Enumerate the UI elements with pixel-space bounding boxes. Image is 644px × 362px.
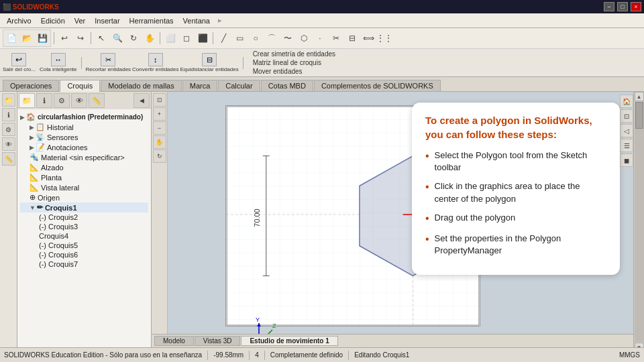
btm-tab-modelo[interactable]: Modelo — [154, 336, 194, 346]
viewport-area[interactable]: ⊡ + − ✋ ↻ ☰ — [152, 92, 644, 362]
tab-croquis[interactable]: Croquis — [60, 80, 100, 92]
close-button[interactable]: × — [631, 2, 641, 11]
tree-sensores[interactable]: ▶ 📡 Sensores — [20, 132, 148, 142]
menu-archivo[interactable]: Archivo — [3, 15, 36, 26]
pattern-btn[interactable]: ⋮⋮ — [377, 31, 392, 46]
sensores-arrow: ▶ — [30, 134, 34, 141]
tree-croquis5[interactable]: (-) Croquis5 — [20, 241, 148, 250]
minimize-button[interactable]: − — [604, 2, 614, 11]
bottom-tabs-bar: Modelo Vistas 3D Estudio de movimiento 1 — [152, 334, 633, 347]
mirror-btn[interactable]: ⟺ — [361, 31, 376, 46]
tree-croquis7[interactable]: (-) Croquis7 — [20, 259, 148, 269]
fp-tab-dim[interactable]: 📏 — [89, 93, 105, 108]
fp-tab-property[interactable]: ℹ — [36, 93, 52, 108]
home-view-btn[interactable]: 🏠 — [620, 95, 633, 108]
app-logo: ⬛ SOLIDWORKS — [3, 3, 59, 11]
redo-btn[interactable]: ↪ — [73, 31, 88, 46]
save-btn[interactable]: 💾 — [35, 31, 50, 46]
menu-bar: Archivo Edición Ver Insertar Herramienta… — [0, 13, 644, 28]
tree-vista-lateral[interactable]: 📐 Vista lateral — [20, 182, 148, 192]
section-view-btn[interactable]: ☰ — [620, 139, 633, 152]
fp-collapse-btn[interactable]: ◀ — [133, 93, 150, 108]
tree-planta[interactable]: 📐 Planta — [20, 172, 148, 182]
tab-operaciones[interactable]: Operaciones — [3, 80, 59, 91]
spline-btn[interactable]: 〜 — [280, 31, 295, 46]
circle-btn[interactable]: ○ — [248, 31, 263, 46]
offset-entities-btn[interactable]: ⊟ Equidistanciar entidades — [180, 53, 238, 72]
view-iso[interactable]: ◻ — [179, 31, 194, 46]
menu-ver[interactable]: Ver — [70, 15, 90, 26]
tree-historial[interactable]: ▶ 📋 Historial — [20, 122, 148, 132]
rectangle-btn[interactable]: ▭ — [232, 31, 247, 46]
btm-tab-vistas[interactable]: Vistas 3D — [195, 336, 241, 346]
line-btn[interactable]: ╱ — [216, 31, 231, 46]
point-btn[interactable]: · — [313, 31, 327, 46]
menu-edicion[interactable]: Edición — [37, 15, 69, 26]
vt-zoom-in[interactable]: + — [153, 107, 166, 121]
tree-root[interactable]: ▶ 🏠 circularfashion (Predeterminado) — [20, 112, 148, 122]
tree-anotaciones[interactable]: ▶ 📝 Anotaciones — [20, 142, 148, 152]
prev-view-btn[interactable]: ◁ — [620, 124, 633, 137]
move-entities-label: Mover entidades — [253, 68, 335, 75]
display-style-btn[interactable]: ◼ — [620, 154, 633, 167]
tb-sep-4 — [213, 32, 213, 44]
vt-pan[interactable]: ✋ — [153, 135, 166, 149]
tree-alzado[interactable]: 📐 Alzado — [20, 162, 148, 172]
open-btn[interactable]: 📂 — [19, 31, 34, 46]
tree-origen[interactable]: ⊕ Origen — [20, 192, 148, 202]
property-btn[interactable]: ℹ — [2, 108, 15, 121]
guide-step-2: • Click in the graphics area to place th… — [425, 180, 606, 204]
polygon-btn[interactable]: ⬡ — [297, 31, 311, 46]
display-btn[interactable]: 👁 — [2, 137, 15, 151]
trim-btn[interactable]: ✂ — [329, 31, 343, 46]
status-sep-4 — [348, 351, 349, 360]
btm-tab-estudio[interactable]: Estudio de movimiento 1 — [241, 336, 337, 346]
tree-croquis4[interactable]: Croquis4 — [20, 231, 148, 241]
pan-btn[interactable]: ✋ — [142, 31, 157, 46]
arc-btn[interactable]: ⌒ — [264, 31, 279, 46]
feature-tree-btn[interactable]: 📁 — [2, 93, 15, 107]
fp-tab-display[interactable]: 👁 — [71, 93, 87, 108]
offset-btn[interactable]: ⊟ — [345, 31, 360, 46]
trim-entities-btn[interactable]: ✂ Recortar entidades — [86, 53, 131, 72]
exit-sketch-btn[interactable]: ↩ Salir del cro... — [3, 53, 36, 72]
tab-calcular[interactable]: Calcular — [218, 80, 260, 91]
view-section[interactable]: ⬛ — [195, 31, 210, 46]
tree-croquis6[interactable]: (-) Croquis6 — [20, 250, 148, 259]
tree-croquis3[interactable]: (-) Croquis3 — [20, 222, 148, 231]
fp-tab-config[interactable]: ⚙ — [54, 93, 70, 108]
tree-croquis1[interactable]: ▼ ✏ Croquis1 — [20, 202, 148, 213]
menu-herramientas[interactable]: Herramientas — [125, 15, 178, 26]
select-btn[interactable]: ↖ — [94, 31, 109, 46]
vista-lateral-label: Vista lateral — [41, 184, 79, 192]
historial-icon: 📋 — [36, 123, 45, 131]
rotate-btn[interactable]: ↻ — [126, 31, 141, 46]
tab-modelado[interactable]: Modelado de mallas — [101, 80, 181, 91]
view-front[interactable]: ⬜ — [163, 31, 178, 46]
menu-insertar[interactable]: Insertar — [91, 15, 123, 26]
tree-material[interactable]: 🔩 Material <sin especificar> — [20, 152, 148, 162]
dim-xpert-btn[interactable]: 📏 — [2, 152, 15, 166]
new-btn[interactable]: 📄 — [4, 31, 19, 46]
vt-zoom-fit[interactable]: ⊡ — [153, 93, 166, 107]
scroll-thumb[interactable] — [635, 102, 643, 129]
vt-zoom-out[interactable]: − — [153, 121, 166, 135]
alzado-label: Alzado — [41, 164, 64, 172]
tab-cotas[interactable]: Cotas MBD — [261, 80, 313, 91]
scroll-up-btn[interactable]: ▲ — [635, 92, 644, 101]
maximize-button[interactable]: □ — [617, 2, 628, 11]
zoom-btn[interactable]: 🔍 — [110, 31, 125, 46]
undo-btn[interactable]: ↩ — [57, 31, 72, 46]
tab-marca[interactable]: Marca — [182, 80, 218, 91]
scroll-track — [635, 102, 644, 342]
fp-tab-tree[interactable]: 📁 — [19, 93, 35, 108]
zoom-fit-btn[interactable]: ⊡ — [620, 109, 633, 123]
convert-entities-btn[interactable]: ↕ Convertir entidades — [132, 53, 178, 72]
vt-rotate[interactable]: ↻ — [153, 149, 166, 163]
config-btn[interactable]: ⚙ — [2, 123, 15, 136]
left-sidebar: 📁 ℹ ⚙ 👁 📏 ▶ — [0, 92, 17, 362]
smart-dim-btn[interactable]: ↔ Cota inteligente — [40, 53, 77, 72]
menu-ventana[interactable]: Ventana — [179, 15, 214, 26]
tree-croquis2[interactable]: (-) Croquis2 — [20, 213, 148, 222]
tab-complementos[interactable]: Complementos de SOLIDWORKS — [314, 80, 441, 91]
